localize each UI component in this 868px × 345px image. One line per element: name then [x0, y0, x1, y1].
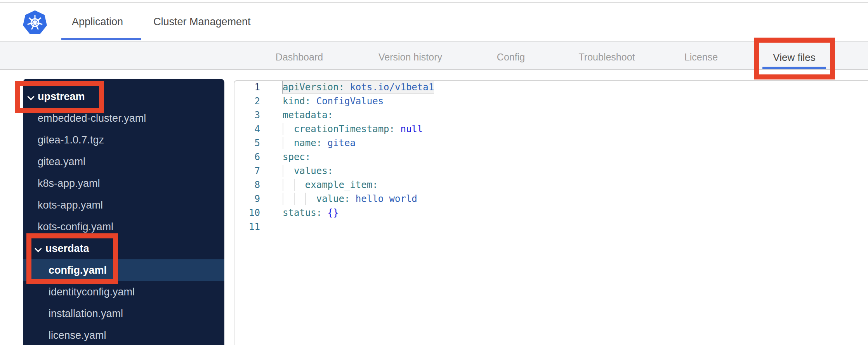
indent-guide	[283, 137, 283, 149]
yaml-code: 1apiVersion: kots.io/v1beta12kind: Confi…	[234, 80, 868, 234]
code-line-5: 5 name: gitea	[234, 136, 868, 150]
line-number: 8	[234, 178, 260, 192]
folder-label: userdata	[45, 238, 89, 259]
line-number: 1	[234, 80, 260, 94]
file-label: kots-config.yaml	[38, 216, 113, 238]
tree-file-embedded-cluster.yaml[interactable]: embedded-cluster.yaml	[23, 107, 224, 129]
tree-file-gitea.yaml[interactable]: gitea.yaml	[23, 151, 224, 172]
file-label: license.yaml	[49, 324, 106, 345]
indent-guide	[283, 165, 283, 177]
line-number: 10	[234, 206, 260, 220]
line-number: 9	[234, 192, 260, 206]
chevron-down-icon[interactable]	[35, 245, 42, 252]
tab-application[interactable]: Application	[72, 16, 123, 28]
file-label: kots-app.yaml	[38, 194, 103, 216]
indent-guide	[305, 193, 306, 205]
active-nav-underline	[762, 67, 826, 69]
nav-troubleshoot[interactable]: Troubleshoot	[579, 52, 635, 63]
tree-file-license.yaml[interactable]: license.yaml	[23, 324, 224, 345]
file-label: gitea-1.0.7.tgz	[38, 129, 104, 151]
tree-folder-userdata[interactable]: userdata	[23, 238, 224, 259]
file-content-viewer[interactable]: 1apiVersion: kots.io/v1beta12kind: Confi…	[234, 80, 868, 345]
line-number: 11	[234, 220, 260, 234]
line-number: 3	[234, 108, 260, 122]
line-number: 6	[234, 150, 260, 164]
line-number: 2	[234, 94, 260, 108]
code-line-10: 10status: {}	[234, 206, 868, 220]
indent-guide	[283, 179, 283, 191]
code-line-9: 9 value: hello world	[234, 192, 868, 206]
kots-admin-console: Application Cluster Management Dashboard…	[0, 0, 868, 345]
file-label: config.yaml	[49, 259, 107, 281]
tree-file-gitea-1.0.7.tgz[interactable]: gitea-1.0.7.tgz	[23, 129, 224, 151]
file-label: installation.yaml	[49, 303, 123, 324]
tree-file-config.yaml[interactable]: config.yaml	[23, 259, 224, 281]
code-line-2: 2kind: ConfigValues	[234, 94, 868, 108]
app-header: Application Cluster Management	[0, 3, 868, 41]
file-label: identityconfig.yaml	[49, 281, 135, 303]
code-line-7: 7 values:	[234, 164, 868, 178]
line-number: 7	[234, 164, 260, 178]
tree-file-kots-config.yaml[interactable]: kots-config.yaml	[23, 216, 224, 238]
code-line-11: 11	[234, 220, 868, 234]
nav-dashboard[interactable]: Dashboard	[276, 52, 323, 63]
chevron-down-icon[interactable]	[27, 93, 34, 100]
file-label: embedded-cluster.yaml	[38, 107, 146, 129]
tree-file-k8s-app.yaml[interactable]: k8s-app.yaml	[23, 172, 224, 194]
code-line-8: 8 example_item:	[234, 178, 868, 192]
folder-label: upstream	[38, 86, 85, 107]
file-tree-sidebar: upstreamembedded-cluster.yamlgitea-1.0.7…	[23, 79, 224, 345]
code-line-1: 1apiVersion: kots.io/v1beta1	[234, 80, 868, 94]
nav-view-files[interactable]: View files	[773, 52, 815, 64]
tab-cluster-management[interactable]: Cluster Management	[153, 16, 251, 28]
nav-license[interactable]: License	[684, 52, 718, 63]
indent-guide	[294, 179, 295, 191]
nav-config[interactable]: Config	[497, 52, 525, 63]
code-line-6: 6spec:	[234, 150, 868, 164]
tree-folder-upstream[interactable]: upstream	[23, 86, 224, 107]
app-subnav: Dashboard Version history Config Trouble…	[0, 41, 868, 70]
tree-file-identityconfig.yaml[interactable]: identityconfig.yaml	[23, 281, 224, 303]
nav-version-history[interactable]: Version history	[378, 52, 442, 63]
tree-file-installation.yaml[interactable]: installation.yaml	[23, 303, 224, 324]
code-line-3: 3metadata:	[234, 108, 868, 122]
indent-guide	[283, 193, 283, 205]
line-number: 4	[234, 122, 260, 136]
indent-guide	[283, 123, 283, 135]
file-label: k8s-app.yaml	[38, 172, 100, 194]
kubernetes-logo-icon	[22, 9, 48, 35]
file-label: gitea.yaml	[38, 151, 85, 172]
line-number: 5	[234, 136, 260, 150]
tree-file-kots-app.yaml[interactable]: kots-app.yaml	[23, 194, 224, 216]
code-line-4: 4 creationTimestamp: null	[234, 122, 868, 136]
indent-guide	[294, 193, 295, 205]
active-tab-underline	[61, 38, 141, 40]
